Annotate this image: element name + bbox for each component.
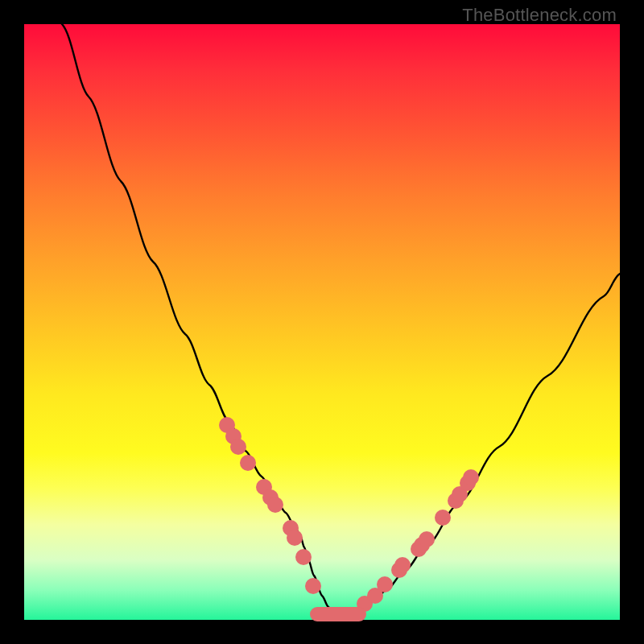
data-marker bbox=[230, 439, 246, 455]
attribution-text: TheBottleneck.com bbox=[462, 5, 617, 26]
data-marker bbox=[287, 530, 303, 546]
data-marker bbox=[305, 578, 321, 594]
base-marker bbox=[310, 607, 366, 621]
plot-area bbox=[24, 24, 620, 620]
bottleneck-curve bbox=[62, 24, 620, 614]
data-marker bbox=[295, 549, 312, 565]
curve-svg bbox=[24, 24, 620, 620]
data-marker bbox=[419, 531, 435, 547]
data-marker bbox=[377, 576, 393, 592]
data-marker bbox=[435, 510, 451, 526]
outer-frame: TheBottleneck.com bbox=[0, 0, 644, 644]
data-marker bbox=[267, 497, 283, 513]
data-marker bbox=[463, 469, 479, 485]
data-marker bbox=[394, 557, 411, 573]
data-marker bbox=[240, 455, 256, 471]
